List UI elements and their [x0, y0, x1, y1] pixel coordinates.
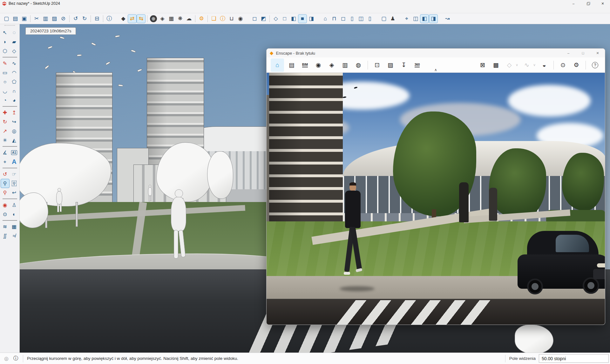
sandbox-drape-tool[interactable]: ≉: [10, 231, 19, 240]
text-tool[interactable]: A1: [10, 148, 19, 157]
enscape-close-button[interactable]: ✕: [590, 49, 605, 57]
zoom-tool[interactable]: ⚲: [1, 179, 10, 188]
protractor-tool[interactable]: ∡: [1, 148, 10, 157]
visual-settings-button[interactable]: ⊙: [557, 59, 569, 71]
select-tool[interactable]: ↖: [1, 28, 10, 37]
enscape-view-sync-button[interactable]: ⇆: [137, 14, 146, 23]
add-person-button[interactable]: ♟: [388, 14, 397, 23]
texture-export-button[interactable]: ▩: [490, 59, 502, 71]
arc-2-point-tool[interactable]: ◠: [10, 68, 19, 77]
view-back-button[interactable]: ◫: [356, 14, 365, 23]
general-settings-button[interactable]: ⚙: [571, 59, 582, 71]
style-monochrome-button[interactable]: ◨: [307, 14, 316, 23]
video-editor-button[interactable]: ◍: [353, 59, 364, 71]
view-left-button[interactable]: ▯: [365, 14, 374, 23]
menu-kamera[interactable]: [22, 10, 28, 11]
pan-tool[interactable]: ☞: [10, 170, 19, 179]
minimize-button[interactable]: –: [566, 0, 581, 7]
line-tool[interactable]: ✎: [1, 59, 10, 68]
add-scene-button[interactable]: ▢: [379, 14, 388, 23]
tag-tool[interactable]: ◇: [10, 46, 19, 56]
enscape-info-button[interactable]: ⓘ: [218, 14, 227, 23]
redo-button[interactable]: ↻: [80, 14, 89, 23]
enscape-render-gallery-button[interactable]: ❋: [176, 14, 185, 23]
paste-button[interactable]: ▨: [50, 14, 59, 23]
style-shaded-button[interactable]: ◧: [289, 14, 298, 23]
view-front-button[interactable]: ◻: [339, 14, 348, 23]
look-around-tool[interactable]: ⊙: [1, 210, 10, 219]
enscape-store-button[interactable]: ⊔: [227, 14, 236, 23]
bim-button[interactable]: BIM: [299, 59, 311, 71]
menu-rysuj[interactable]: [28, 10, 34, 11]
enscape-render-viewport[interactable]: [267, 73, 605, 325]
zoom-extents-tool[interactable]: ⚲: [1, 188, 10, 197]
axes-tool[interactable]: ⌖: [1, 157, 10, 166]
export-file-button[interactable]: ↧: [398, 59, 410, 71]
style-wireframe-button[interactable]: ◇: [271, 14, 280, 23]
screenshot-button[interactable]: ⊡: [371, 59, 383, 71]
menu-narzedzia[interactable]: [34, 10, 41, 11]
rotate-tool[interactable]: ↻: [1, 117, 10, 126]
panorama-360-button[interactable]: 360: [411, 59, 423, 71]
enscape-material-editor-button[interactable]: ▦: [167, 14, 176, 23]
vr-headset-button[interactable]: ◒: [539, 59, 550, 71]
walkthrough-button[interactable]: ↝: [443, 14, 452, 23]
enscape-account-button[interactable]: ◉: [236, 14, 245, 23]
style-shaded-textures-button[interactable]: ■: [298, 14, 307, 23]
enscape-cloud-upload-button[interactable]: ☁: [185, 14, 193, 23]
rectangle-tool[interactable]: ▭: [1, 68, 10, 77]
building-library-button[interactable]: ▥: [339, 59, 351, 71]
enscape-settings-button[interactable]: ⚙: [197, 14, 206, 23]
axes-button[interactable]: ⌖: [402, 14, 411, 23]
arc-from-center-tool[interactable]: ◕: [10, 96, 19, 105]
menu-pomoc[interactable]: [53, 10, 60, 11]
view-management-button[interactable]: ◉: [313, 59, 324, 71]
3d-text-tool[interactable]: A: [10, 157, 19, 166]
freehand-tool[interactable]: ∿: [10, 59, 19, 68]
measurement-input[interactable]: 50.00 stopni: [539, 354, 609, 363]
enscape-start-button[interactable]: ◆: [119, 14, 128, 23]
print-button[interactable]: ⊟: [92, 14, 101, 23]
model-library-button[interactable]: ◇: [504, 59, 515, 71]
cut-button[interactable]: ✂: [32, 14, 41, 23]
copy-button[interactable]: ▥: [41, 14, 50, 23]
restore-button[interactable]: ▢: [581, 0, 595, 7]
components-tool[interactable]: ⬡: [1, 46, 10, 56]
lasso-tool[interactable]: ◌: [10, 28, 19, 37]
enscape-add-content-button[interactable]: ⊕: [149, 14, 158, 23]
polygon-tool[interactable]: ⬠: [10, 77, 19, 86]
paint-bucket-tool[interactable]: ◗: [1, 37, 10, 46]
menu-edycja[interactable]: [9, 10, 15, 11]
menu-plik[interactable]: [3, 10, 9, 11]
open-file-button[interactable]: ▤: [11, 14, 20, 23]
undo-button[interactable]: ↺: [71, 14, 80, 23]
site-export-button[interactable]: ⊠: [477, 59, 488, 71]
help-button[interactable]: ?: [589, 59, 601, 71]
eraser-tool[interactable]: ▰: [10, 37, 19, 46]
enscape-minimize-button[interactable]: –: [561, 49, 576, 57]
menu-widok[interactable]: [15, 10, 22, 11]
grass-settings-button[interactable]: ∿: [521, 59, 532, 71]
arc-tool[interactable]: ∩: [10, 86, 19, 96]
flip-along-tool[interactable]: ◭: [10, 136, 19, 145]
project-info-button[interactable]: ▤: [286, 59, 297, 71]
menu-okno[interactable]: [41, 10, 47, 11]
view-iso-button[interactable]: ⌂: [321, 14, 330, 23]
view-top-button[interactable]: ⊓: [330, 14, 339, 23]
push-pull-tool[interactable]: ↥: [10, 108, 19, 117]
model-info-button[interactable]: ⓘ: [105, 14, 114, 23]
field-of-view-tool[interactable]: ◐: [10, 210, 19, 219]
arc-3-point-tool[interactable]: ◡: [1, 86, 10, 96]
collapse-toolbar-chevron[interactable]: ∧: [434, 68, 437, 72]
style-xray-button[interactable]: ◻: [250, 14, 259, 23]
walk-tool[interactable]: ♙: [10, 200, 19, 210]
close-button[interactable]: ✕: [595, 0, 610, 7]
menu-rozszerzenia[interactable]: [47, 10, 53, 11]
enscape-objects-button[interactable]: ◈: [158, 14, 167, 23]
credits-info-icon[interactable]: ⓘ: [13, 355, 19, 362]
model-library-caret[interactable]: ∨: [515, 59, 519, 71]
previous-view-tool[interactable]: ↩: [10, 188, 19, 197]
save-file-button[interactable]: ▣: [20, 14, 29, 23]
scale-tool[interactable]: ↗: [1, 126, 10, 136]
geolocation-icon[interactable]: ◎: [3, 355, 10, 362]
